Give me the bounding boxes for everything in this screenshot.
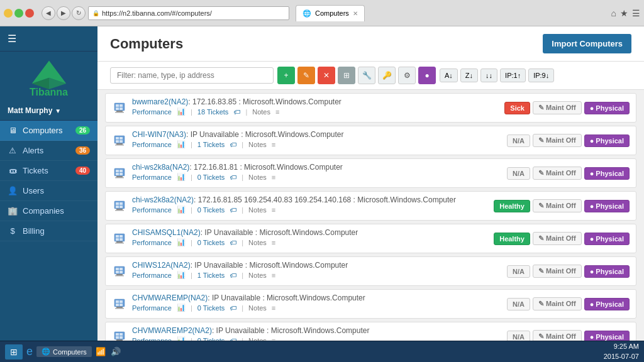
tickets-link[interactable]: 0 Tickets — [197, 304, 225, 312]
import-computers-button[interactable]: Import Computers — [543, 34, 631, 53]
sidebar-item-tickets[interactable]: 🎟 Tickets 40 — [0, 161, 97, 181]
toolbar-btn-3[interactable]: ⊞ — [338, 67, 355, 84]
nav-label-users: Users — [23, 186, 44, 195]
physical-btn[interactable]: ● Physical — [584, 331, 630, 341]
maint-btn[interactable]: ✎ Maint Off — [533, 232, 582, 245]
performance-link[interactable]: Performance — [132, 239, 172, 246]
start-button[interactable]: ⊞ — [5, 344, 23, 359]
tab-icon: 🌐 — [303, 9, 311, 18]
health-status-btn[interactable]: N/A — [507, 331, 530, 341]
toolbar-btn-4[interactable]: 🔧 — [358, 67, 375, 84]
maximize-btn[interactable] — [14, 9, 23, 18]
tickets-link[interactable]: 0 Tickets — [197, 206, 225, 214]
tickets-link[interactable]: 0 Tickets — [197, 337, 225, 341]
performance-link[interactable]: Performance — [132, 108, 172, 116]
maint-btn[interactable]: ✎ Maint Off — [533, 134, 582, 147]
sidebar-item-users[interactable]: 👤 Users — [0, 181, 97, 201]
physical-btn[interactable]: ● Physical — [584, 233, 630, 245]
notes-link[interactable]: Notes — [248, 141, 267, 148]
computer-name[interactable]: chi-ws2k8a(NA2): 172.16.81.81 : Microsof… — [132, 163, 502, 172]
computer-sub-info: Performance 📊 | 0 Tickets 🏷 | Notes ≡ — [132, 237, 489, 249]
toolbar-btn-6[interactable]: ⚙ — [398, 67, 416, 84]
address-bar[interactable]: 🔒 https://n2.tibanna.com/#/computers/ — [88, 6, 289, 20]
health-status-btn[interactable]: N/A — [507, 298, 530, 310]
health-status-btn[interactable]: Healthy — [494, 233, 530, 245]
performance-link[interactable]: Performance — [132, 337, 172, 341]
forward-button[interactable]: ▶ — [57, 6, 70, 20]
back-button[interactable]: ◀ — [42, 6, 55, 20]
minimize-btn[interactable] — [4, 9, 13, 18]
toolbar-btn-0[interactable]: + — [277, 67, 295, 84]
maint-btn[interactable]: ✎ Maint Off — [533, 265, 582, 278]
sort-btn-0[interactable]: A↓ — [440, 69, 458, 82]
maint-btn[interactable]: ✎ Maint Off — [533, 199, 582, 212]
sort-btn-2[interactable]: ↓↓ — [480, 69, 497, 82]
notes-link[interactable]: Notes — [248, 173, 267, 181]
active-tab[interactable]: 🌐 Computers ✕ — [296, 5, 365, 21]
health-status-btn[interactable]: N/A — [507, 167, 530, 180]
nav-icon-billing: $ — [8, 226, 18, 236]
tickets-link[interactable]: 0 Tickets — [197, 239, 225, 246]
settings-icon[interactable]: ☰ — [632, 8, 640, 18]
health-status-btn[interactable]: Healthy — [494, 200, 530, 212]
notes-link[interactable]: Notes — [252, 108, 270, 116]
performance-link[interactable]: Performance — [132, 173, 172, 181]
maint-btn[interactable]: ✎ Maint Off — [533, 167, 582, 180]
computer-name[interactable]: CHISAMSQL1(NA2): IP Unavailable : Micros… — [132, 228, 489, 237]
maint-btn[interactable]: ✎ Maint Off — [533, 297, 582, 310]
ie-icon[interactable]: e — [26, 345, 33, 358]
toolbar-btn-2[interactable]: ✕ — [318, 67, 335, 84]
home-icon[interactable]: ⌂ — [611, 8, 616, 18]
physical-btn[interactable]: ● Physical — [584, 298, 630, 310]
physical-btn[interactable]: ● Physical — [584, 134, 630, 147]
tickets-link[interactable]: 0 Tickets — [197, 173, 225, 181]
physical-btn[interactable]: ● Physical — [584, 102, 630, 114]
sidebar-item-computers[interactable]: 🖥 Computers 26 — [0, 121, 97, 141]
filter-input[interactable] — [110, 67, 274, 84]
app-layout: ☰ Tibanna Tibanna Matt Murphy ▼ 🖥 Comput… — [0, 26, 644, 341]
notes-link[interactable]: Notes — [248, 304, 267, 312]
close-btn[interactable] — [25, 9, 34, 18]
computer-name[interactable]: CHI-WIN7(NA3): IP Unavailable : Microsof… — [132, 130, 502, 139]
sort-btn-4[interactable]: IP:9↓ — [528, 69, 554, 82]
performance-link[interactable]: Performance — [132, 206, 172, 214]
notes-link[interactable]: Notes — [248, 206, 267, 214]
notes-link[interactable]: Notes — [248, 239, 267, 246]
computer-name[interactable]: CHVMWAREMP2(NA2): IP Unavailable : Micro… — [132, 326, 502, 335]
physical-btn[interactable]: ● Physical — [584, 200, 630, 212]
nav-label-companies: Companies — [23, 206, 64, 216]
computer-name[interactable]: CHVMWAREMP(NA2): IP Unavailable : Micros… — [132, 293, 502, 302]
physical-btn[interactable]: ● Physical — [584, 167, 630, 180]
sidebar-item-alerts[interactable]: ⚠ Alerts 36 — [0, 141, 97, 161]
notes-link[interactable]: Notes — [248, 337, 267, 341]
tickets-link[interactable]: 1 Tickets — [197, 141, 225, 148]
sidebar-item-billing[interactable]: $ Billing — [0, 221, 97, 241]
toolbar-btn-1[interactable]: ✎ — [297, 67, 315, 84]
computer-name[interactable]: bwwmare2(NA2): 172.16.83.85 : Microsoft.… — [132, 97, 499, 106]
performance-link[interactable]: Performance — [132, 141, 172, 148]
user-section[interactable]: Matt Murphy ▼ — [0, 101, 97, 121]
health-status-btn[interactable]: N/A — [507, 134, 530, 147]
computer-name[interactable]: CHIWS12A(NA2): IP Unavailable : Microsof… — [132, 261, 502, 270]
bookmark-star-icon[interactable]: ★ — [620, 8, 628, 18]
computer-name[interactable]: chi-ws2k8a2(NA2): 172.16.81.85 169.254.4… — [132, 195, 489, 204]
hamburger-menu[interactable]: ☰ — [8, 33, 16, 45]
tickets-link[interactable]: 18 Tickets — [197, 108, 229, 116]
refresh-button[interactable]: ↻ — [72, 6, 86, 20]
sidebar-item-companies[interactable]: 🏢 Companies — [0, 201, 97, 221]
tab-close-btn[interactable]: ✕ — [353, 10, 358, 17]
maint-btn[interactable]: ✎ Maint Off — [533, 330, 582, 341]
taskbar-app-computers[interactable]: 🌐 Computers — [36, 346, 92, 357]
toolbar-btn-7[interactable]: ● — [418, 67, 436, 84]
maint-btn[interactable]: ✎ Maint Off — [533, 101, 582, 114]
notes-link[interactable]: Notes — [248, 272, 267, 279]
physical-btn[interactable]: ● Physical — [584, 265, 630, 278]
performance-link[interactable]: Performance — [132, 304, 172, 312]
tickets-link[interactable]: 1 Tickets — [197, 272, 225, 279]
toolbar-btn-5[interactable]: 🔑 — [378, 67, 396, 84]
sort-btn-1[interactable]: Z↓ — [460, 69, 478, 82]
health-status-btn[interactable]: N/A — [507, 265, 530, 278]
performance-link[interactable]: Performance — [132, 272, 172, 279]
health-status-btn[interactable]: Sick — [504, 102, 530, 114]
sort-btn-3[interactable]: IP:1↑ — [500, 69, 526, 82]
